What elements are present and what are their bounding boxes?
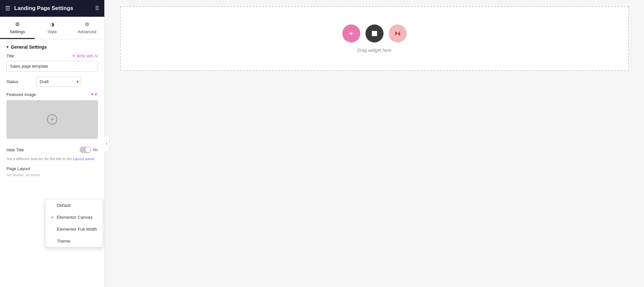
dropdown-check-default [51, 203, 54, 208]
page-layout-dropdown: Default ✓ Elementor Canvas Elementor Ful… [45, 199, 103, 247]
section-header: ▾ General Settings [0, 39, 104, 53]
dropdown-label-default: Default [57, 203, 71, 208]
hamburger-icon[interactable]: ☰ [5, 5, 10, 12]
hide-title-toggle[interactable] [80, 147, 91, 153]
grid-icon[interactable]: ⠿ [95, 5, 99, 12]
hide-title-toggle-wrapper: No [80, 147, 98, 153]
sidebar-content: ▾ General Settings Title ✦ Write with AI… [0, 39, 104, 287]
tab-settings-label: Settings [10, 29, 25, 34]
status-select-wrapper: Draft Published Private ▾ [36, 77, 81, 87]
status-row: Status Draft Published Private ▾ [0, 77, 104, 92]
toggle-knob [85, 147, 90, 152]
settings-tab-icon: ⚙ [15, 21, 20, 27]
advanced-tab-icon: ⚙ [85, 21, 89, 27]
header-left: ☰ Landing Page Settings [5, 5, 73, 12]
chevron-left-icon: ‹ [106, 141, 108, 146]
section-title: General Settings [11, 44, 47, 50]
sidebar-collapse-button[interactable]: ‹ [104, 136, 109, 151]
featured-image-label: Featured Image [6, 92, 36, 97]
tab-style[interactable]: ◑ Style [35, 17, 70, 39]
add-image-icon: + [47, 114, 57, 125]
tab-advanced-label: Advanced [78, 29, 96, 34]
hint-text-part2: . [94, 157, 95, 161]
title-label: Title [6, 53, 14, 58]
tab-style-label: Style [48, 29, 57, 34]
widget-icon-notch[interactable] [365, 24, 384, 43]
widget-icons-row: + [342, 24, 407, 43]
tab-settings[interactable]: ⚙ Settings [0, 17, 35, 39]
dropdown-item-default[interactable]: Default [45, 199, 103, 211]
dropdown-check-elementor-canvas: ✓ [51, 215, 54, 220]
header-title: Landing Page Settings [14, 5, 73, 12]
brand-svg-icon [394, 30, 401, 37]
hide-title-row: Hide Title No [0, 144, 104, 156]
style-tab-icon: ◑ [50, 21, 54, 27]
sidebar-header: ☰ Landing Page Settings ⠿ [0, 0, 104, 17]
status-select[interactable]: Draft Published Private [36, 77, 81, 87]
write-with-ai-button[interactable]: ✦ Write with AI [72, 54, 98, 58]
add-widget-button[interactable]: + [342, 24, 360, 43]
sidebar: ☰ Landing Page Settings ⠿ ⚙ Settings ◑ S… [0, 0, 105, 287]
image-upload-box[interactable]: + [6, 100, 98, 139]
dropdown-label-elementor-canvas: Elementor Canvas [57, 215, 92, 220]
tab-advanced[interactable]: ⚙ Advanced [70, 17, 104, 39]
ai-sparkle-icon: ✦ [72, 54, 75, 58]
canvas-area: + Drag widget here [105, 0, 644, 287]
status-label: Status [6, 79, 32, 84]
footer-note: No header, no footer [0, 173, 104, 177]
section-toggle-icon[interactable]: ▾ [6, 45, 8, 49]
dropdown-check-elementor-full-width [51, 227, 54, 232]
widget-icon-brand[interactable] [389, 24, 407, 43]
dropdown-label-theme: Theme [57, 239, 70, 244]
drop-zone[interactable]: + Drag widget here [120, 6, 629, 71]
featured-label-row: Featured Image ✦✦ [6, 92, 98, 97]
svg-rect-0 [372, 31, 377, 36]
toggle-value-label: No [93, 148, 98, 152]
hide-title-label: Hide Title [6, 148, 24, 152]
hint-text-part1: Set a different selector for the title i… [6, 157, 73, 161]
magic-wand-icon[interactable]: ✦✦ [90, 92, 98, 97]
layout-panel-link[interactable]: Layout panel [73, 157, 94, 161]
dropdown-check-theme [51, 239, 54, 244]
page-layout-label: Page Layout [6, 166, 39, 171]
dropdown-label-elementor-full-width: Elementor Full Width [57, 227, 97, 232]
featured-image-section: Featured Image ✦✦ + [0, 92, 104, 144]
dropdown-item-theme[interactable]: Theme [45, 235, 103, 247]
dropdown-item-elementor-full-width[interactable]: Elementor Full Width [45, 223, 103, 235]
hint-text: Set a different selector for the title i… [0, 156, 104, 166]
canvas-content: + Drag widget here [120, 6, 629, 71]
title-field-group: Title ✦ Write with AI [0, 53, 104, 77]
write-ai-label: Write with AI [77, 54, 98, 58]
title-field-label-row: Title ✦ Write with AI [6, 53, 98, 58]
tabs: ⚙ Settings ◑ Style ⚙ Advanced [0, 17, 104, 39]
dropdown-item-elementor-canvas[interactable]: ✓ Elementor Canvas [45, 211, 103, 223]
notch-svg-icon [371, 30, 378, 37]
title-input[interactable] [6, 61, 98, 72]
drag-widget-text: Drag widget here [357, 48, 392, 53]
page-layout-row: Page Layout [0, 166, 104, 173]
